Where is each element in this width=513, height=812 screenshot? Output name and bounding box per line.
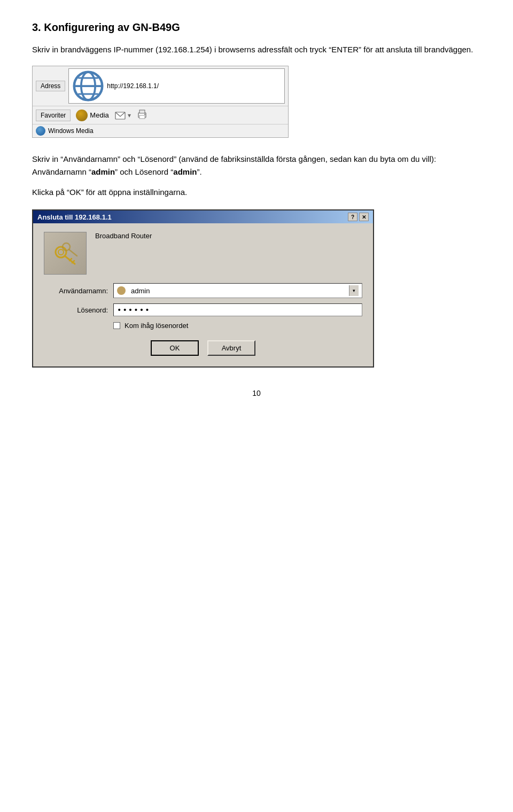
remember-password-row: Kom ihåg lösenordet: [113, 322, 362, 330]
favorites-button[interactable]: Favoriter: [36, 110, 71, 121]
dialog-title-buttons: ? ✕: [348, 213, 369, 221]
media-icon: [76, 110, 88, 121]
password-row: Lösenord: ••••••: [44, 303, 362, 316]
ok-paragraph: Klicka på “OK” för att öppna inställning…: [32, 186, 481, 199]
username-input-container: admin ▾: [113, 283, 362, 298]
envelope-icon: [114, 110, 126, 121]
keys-icon: [49, 237, 81, 269]
router-name: Broadband Router: [95, 232, 152, 240]
username-select[interactable]: admin ▾: [113, 283, 362, 298]
router-info: Broadband Router: [95, 232, 152, 244]
svg-rect-8: [139, 115, 145, 119]
help-button[interactable]: ?: [348, 213, 357, 221]
dropdown-arrow: ▾: [128, 112, 131, 119]
password-label: Lösenord:: [44, 306, 108, 314]
browser-toolbar: Favoriter Media ▾: [33, 106, 288, 124]
remember-checkbox[interactable]: [113, 322, 120, 329]
browser-screenshot: Adress http://192.168.1.1/ Favoriter Med…: [32, 66, 289, 138]
dialog-title: Ansluta till 192.168.1.1: [37, 213, 112, 221]
password-value: ••••••: [117, 306, 151, 314]
globe-icon: [72, 70, 104, 102]
password-input-container: ••••••: [113, 303, 362, 316]
svg-point-11: [58, 249, 64, 255]
credentials-paragraph: Skriv in “Användarnamn” och “Lösenord” (…: [32, 153, 481, 178]
page-title: 3. Konfigurering av GN-B49G: [32, 21, 481, 34]
password-input[interactable]: ••••••: [113, 303, 362, 316]
username-label: Användarnamn:: [44, 287, 108, 295]
user-icon: [117, 286, 126, 295]
dropdown-arrow[interactable]: ▾: [349, 285, 359, 296]
login-dialog: Ansluta till 192.168.1.1 ? ✕: [32, 209, 374, 368]
username-row: Användarnamn: admin ▾: [44, 283, 362, 298]
dialog-buttons: OK Avbryt: [44, 340, 362, 356]
dialog-top-section: Broadband Router: [44, 232, 362, 275]
close-button[interactable]: ✕: [359, 213, 369, 221]
svg-point-9: [144, 114, 145, 115]
media-button[interactable]: Media: [76, 110, 108, 121]
address-input: http://192.168.1.1/: [68, 68, 285, 104]
keys-icon-container: [44, 232, 87, 275]
ok-button[interactable]: OK: [151, 340, 199, 356]
dialog-body: Broadband Router Användarnamn: admin ▾ L…: [33, 223, 373, 366]
address-label: Adress: [36, 81, 65, 91]
browser-links-bar: Windows Media: [33, 124, 288, 137]
page-number: 10: [32, 389, 481, 397]
cancel-button[interactable]: Avbryt: [207, 340, 255, 356]
windows-media-button[interactable]: Windows Media: [36, 126, 94, 136]
remember-label: Kom ihåg lösenordet: [125, 322, 188, 330]
svg-rect-7: [139, 110, 145, 113]
svg-line-16: [69, 249, 77, 256]
url-text: http://192.168.1.1/: [107, 82, 159, 90]
dialog-titlebar: Ansluta till 192.168.1.1 ? ✕: [33, 210, 373, 223]
printer-icon: [136, 108, 148, 120]
printer-button[interactable]: [136, 108, 148, 122]
email-button[interactable]: ▾: [114, 110, 131, 121]
intro-paragraph: Skriv in brandväggens IP-nummer (192.168…: [32, 43, 481, 56]
address-bar: Adress http://192.168.1.1/: [33, 66, 288, 106]
windows-media-icon: [36, 126, 45, 136]
username-value: admin: [131, 287, 346, 295]
